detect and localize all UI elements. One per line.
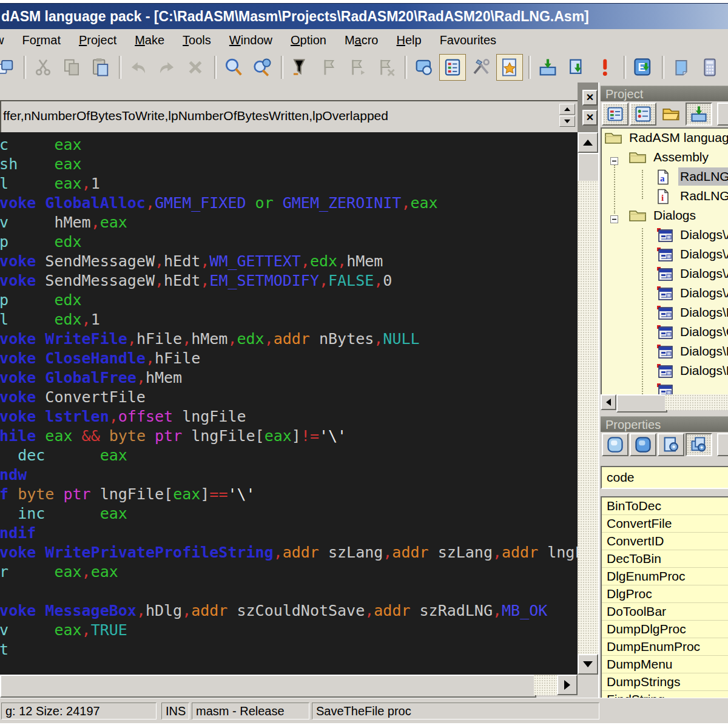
tree-item-dialogs-c[interactable]: Dialogs\C bbox=[602, 323, 728, 342]
tree-item-label: RadLNG. bbox=[678, 167, 728, 186]
menu-item-make[interactable]: Make bbox=[135, 29, 164, 50]
clipped-button[interactable] bbox=[717, 103, 728, 126]
tree-item-dialogs-a[interactable]: Dialogs\A bbox=[602, 265, 728, 284]
tree-item-dialogs-a[interactable]: Dialogs\A bbox=[602, 284, 728, 303]
horizontal-scroll-track[interactable] bbox=[534, 675, 557, 695]
procedure-list-item-dumpdlgproc[interactable]: DumpDlgProc bbox=[602, 621, 728, 638]
note-page-button[interactable] bbox=[668, 54, 695, 81]
tree-item-label: Dialogs\E bbox=[678, 362, 728, 380]
bookmark-flag-toggle-button[interactable] bbox=[315, 54, 342, 81]
tree-item-label: Dialogs\C bbox=[678, 323, 728, 341]
vertical-scroll-thumb[interactable] bbox=[578, 153, 601, 183]
tree-item-assembly[interactable]: Assembly bbox=[602, 148, 728, 167]
tools-hammer-button[interactable] bbox=[468, 54, 494, 81]
vertical-scroll-track[interactable] bbox=[578, 181, 598, 654]
dialog-icon bbox=[656, 305, 673, 324]
find-magnifier-button[interactable] bbox=[220, 54, 247, 81]
filter-funnel-button[interactable] bbox=[287, 54, 314, 81]
procedure-list-item-dectobin[interactable]: DecToBin bbox=[602, 550, 728, 568]
menu-item-window[interactable]: Window bbox=[229, 29, 272, 50]
scroll-up-button[interactable] bbox=[578, 132, 598, 153]
tree-scroll-thumb[interactable] bbox=[616, 394, 667, 413]
menu-item-format[interactable]: Format bbox=[22, 29, 61, 50]
spin-up-button[interactable] bbox=[559, 104, 575, 115]
tree-item-dialogs-d[interactable]: Dialogs\D bbox=[602, 342, 728, 362]
menu-item-macro[interactable]: Macro bbox=[345, 29, 379, 50]
procedure-list-item-dumpmenu[interactable]: DumpMenu bbox=[602, 656, 728, 673]
replace-magnifier-button[interactable] bbox=[249, 54, 275, 81]
tree-item-dialogs-b[interactable]: Dialogs\B bbox=[602, 303, 728, 323]
procedure-list-item-dlgproc[interactable]: DlgProc bbox=[602, 585, 728, 603]
tree-item-dialogs-e[interactable]: Dialogs\E bbox=[602, 362, 728, 381]
editor-horizontal-scrollbar[interactable] bbox=[0, 675, 578, 695]
tree-item-radasm-languag[interactable]: RadASM languag bbox=[602, 129, 728, 148]
menu-item-ew[interactable]: ew bbox=[0, 29, 4, 50]
code-editor[interactable]: inc eaxpush eaxshl eax,1invoke GlobalAll… bbox=[0, 132, 578, 675]
project-list-icon bbox=[443, 58, 462, 77]
tree-scroll-track[interactable] bbox=[665, 394, 728, 410]
folder-open-button[interactable] bbox=[658, 103, 684, 126]
bookmark-flag-clear-button[interactable] bbox=[372, 54, 399, 81]
tree-item[interactable] bbox=[602, 381, 728, 396]
prop-round-dark-button[interactable] bbox=[630, 433, 656, 456]
menu-item-project[interactable]: Project bbox=[79, 29, 116, 50]
procedure-list[interactable]: BinToDecConvertFileConvertIDDecToBinDlgE… bbox=[601, 496, 728, 703]
collapse-minus-icon[interactable] bbox=[610, 153, 618, 168]
spin-down-button[interactable] bbox=[559, 116, 575, 127]
project-window-button[interactable] bbox=[411, 54, 437, 81]
project-list-button[interactable] bbox=[439, 54, 466, 81]
tree-item-radlng-[interactable]: iRadLNG. bbox=[602, 187, 728, 206]
procedure-list-item-bintodec[interactable]: BinToDec bbox=[602, 497, 728, 515]
paste-clipboard-button[interactable] bbox=[87, 54, 113, 81]
procedure-list-item-convertid[interactable]: ConvertID bbox=[602, 533, 728, 550]
close-window-button[interactable]: ✕ bbox=[582, 90, 598, 106]
menu-item-tools[interactable]: Tools bbox=[183, 29, 211, 50]
undo-arrow-button[interactable] bbox=[125, 54, 152, 81]
prop-gear-doc-button[interactable] bbox=[658, 433, 684, 456]
clipped-button[interactable] bbox=[717, 433, 728, 456]
bookmark-flag-next-button[interactable] bbox=[344, 54, 371, 81]
procedure-list-item-dlgenumproc[interactable]: DlgEnumProc bbox=[602, 568, 728, 585]
tree-item-dialogs[interactable]: Dialogs bbox=[602, 206, 728, 226]
redo-arrow-button[interactable] bbox=[153, 54, 180, 81]
export-e-button[interactable]: E bbox=[630, 54, 656, 81]
menu-item-help[interactable]: Help bbox=[397, 29, 422, 50]
section-combobox[interactable]: code bbox=[601, 466, 728, 489]
horizontal-scroll-thumb[interactable] bbox=[0, 675, 536, 698]
tree-item-radlng-[interactable]: aRadLNG. bbox=[602, 167, 728, 187]
template-star-icon bbox=[500, 58, 519, 77]
project-tree-hscrollbar[interactable] bbox=[601, 394, 728, 410]
project-grid-button[interactable] bbox=[602, 103, 629, 126]
scroll-down-button[interactable] bbox=[578, 654, 598, 675]
import-page-button[interactable] bbox=[563, 54, 590, 81]
procedure-list-item-convertfile[interactable]: ConvertFile bbox=[602, 515, 728, 533]
procedure-list-item-dotoolbar[interactable]: DoToolBar bbox=[602, 603, 728, 621]
cut-scissors-button[interactable] bbox=[30, 54, 56, 81]
status-insert-mode-panel: INS bbox=[161, 703, 189, 720]
calculator-button[interactable] bbox=[696, 54, 723, 81]
copy-pages-button[interactable] bbox=[58, 54, 85, 81]
delete-x-button[interactable] bbox=[182, 54, 209, 81]
menu-item-favourites[interactable]: Favourites bbox=[440, 29, 496, 50]
tree-item-dialogs-a[interactable]: Dialogs\A bbox=[602, 245, 728, 265]
prop-round-light-button[interactable] bbox=[602, 433, 629, 456]
prop-windows-gear-button[interactable] bbox=[686, 433, 712, 456]
editor-vertical-scrollbar[interactable] bbox=[578, 132, 598, 675]
import-box-button[interactable] bbox=[534, 54, 561, 81]
scroll-left-button[interactable] bbox=[601, 394, 616, 410]
tree-item-dialogs-a[interactable]: Dialogs\A bbox=[602, 226, 728, 245]
project-tree[interactable]: RadASM languagAssemblyaRadLNG.iRadLNG.Di… bbox=[601, 127, 728, 396]
save-in-button[interactable] bbox=[686, 103, 712, 126]
collapse-minus-icon[interactable] bbox=[610, 212, 618, 226]
prototype-combobox[interactable]: ffer,nNumberOfBytesToWrite,lpNumberOfByt… bbox=[0, 100, 580, 133]
project-form-button[interactable] bbox=[630, 103, 656, 126]
error-exclamation-button[interactable] bbox=[592, 54, 618, 81]
procedure-list-item-dumpstrings[interactable]: DumpStrings bbox=[602, 673, 728, 691]
window-pair-button[interactable] bbox=[0, 54, 18, 81]
mdi-edge: ✕ ✕ bbox=[578, 83, 599, 132]
menu-item-option[interactable]: Option bbox=[291, 29, 326, 50]
close-infobar-button[interactable]: ✕ bbox=[582, 110, 598, 126]
procedure-list-item-dumpenumproc[interactable]: DumpEnumProc bbox=[602, 638, 728, 656]
template-star-button[interactable] bbox=[496, 54, 523, 81]
scroll-right-button[interactable] bbox=[557, 675, 578, 695]
